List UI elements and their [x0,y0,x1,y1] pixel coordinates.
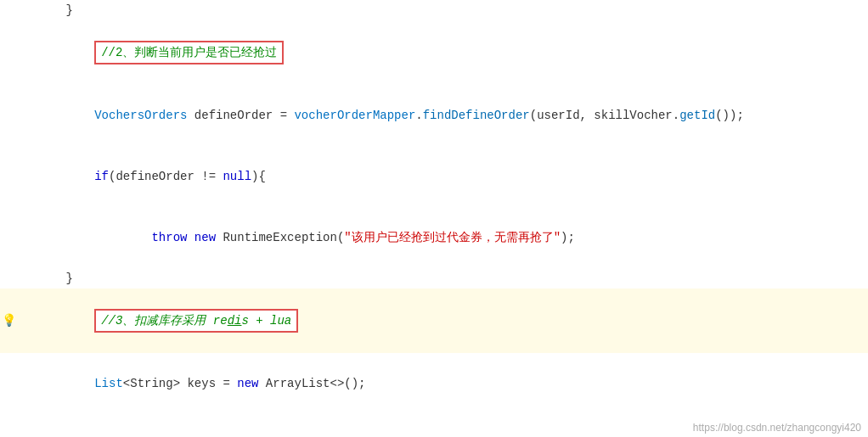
code-line-throw1: throw new RuntimeException("该用户已经抢到过代金券，… [0,207,868,268]
code-content: throw new RuntimeException("该用户已经抢到过代金券，… [31,207,868,268]
code-content: //2、判断当前用户是否已经抢过 [31,20,868,85]
comment-box-2: //2、判断当前用户是否已经抢过 [94,41,284,64]
comment-box-3: //3、扣减库存采用 redis + lua [94,309,298,333]
code-content: VochersOrders defineOrder = vocherOrderM… [31,85,868,146]
code-area: } //2、判断当前用户是否已经抢过 VochersOrders defineO… [0,0,868,437]
code-line-brace1: } [0,268,868,289]
code-line: } [0,0,868,20]
code-content: List<String> keys = new ArrayList<>(); [31,353,868,414]
code-content: if(defineOrder != null){ [31,146,868,207]
code-content: //3、扣减库存采用 redis + lua [31,289,868,353]
code-line-comment3: 💡 //3、扣减库存采用 redis + lua [0,289,868,353]
bulb-icon: 💡 [2,311,16,331]
code-content: } [31,0,868,20]
code-content: } [31,268,868,289]
code-container: } //2、判断当前用户是否已经抢过 VochersOrders defineO… [0,0,868,437]
code-line-comment2: //2、判断当前用户是否已经抢过 [0,20,868,85]
code-line-defineorder: VochersOrders defineOrder = vocherOrderM… [0,85,868,146]
watermark: https://blog.csdn.net/zhangcongyi420 [693,422,861,434]
code-line-list: List<String> keys = new ArrayList<>(); [0,353,868,414]
code-line-if-define: if(defineOrder != null){ [0,146,868,207]
